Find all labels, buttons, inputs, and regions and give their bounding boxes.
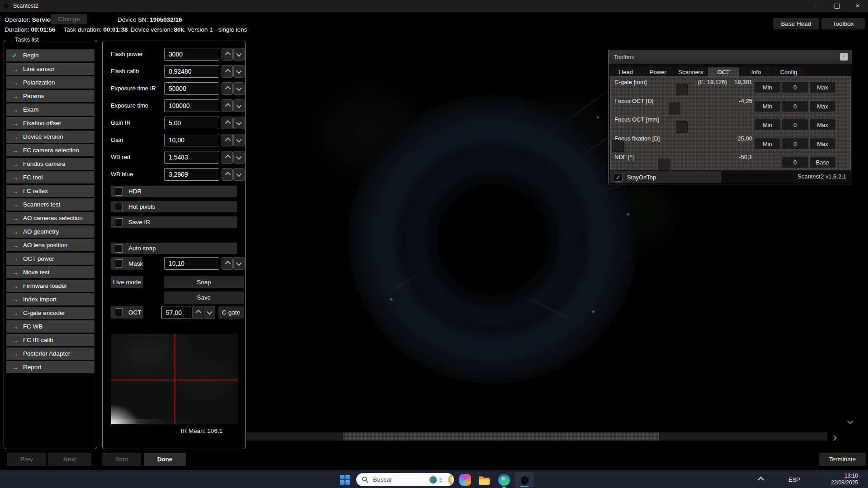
slider-handle[interactable] <box>658 159 670 170</box>
minimize-icon[interactable]: – <box>806 0 826 12</box>
oct-spin-up-icon[interactable] <box>192 306 203 319</box>
spin-down-icon[interactable] <box>233 117 245 129</box>
slider-handle[interactable] <box>669 103 680 114</box>
tab-power[interactable]: Power <box>642 67 674 76</box>
task-item-exam[interactable]: →Exam <box>6 103 94 116</box>
edge-browser-icon[interactable] <box>498 474 510 486</box>
checkbox-hdr[interactable]: HDR <box>111 186 237 197</box>
clock-widget[interactable]: 13:10 22/09/2025 <box>826 473 858 486</box>
scrollbar-thumb[interactable] <box>343 432 659 441</box>
toolbox-focus-oct-mm-max-button[interactable]: Max <box>810 119 835 130</box>
tab-info[interactable]: Info <box>741 67 772 76</box>
prev-button[interactable]: Prev <box>7 453 46 466</box>
tab-head[interactable]: Head <box>611 67 641 76</box>
spin-up-icon[interactable] <box>222 151 233 164</box>
toolbox-focus-fixation-d-0-button[interactable]: 0 <box>782 138 808 149</box>
task-item-ao-cameras-selection[interactable]: →AO cameras selection <box>6 212 94 224</box>
tab-scanners[interactable]: Scanners <box>675 67 707 76</box>
change-button[interactable]: Change <box>51 14 87 24</box>
toolbox-focus-fixation-d-min-button[interactable]: Min <box>755 138 780 149</box>
next-button[interactable]: Next <box>48 453 91 466</box>
terminate-button[interactable]: Terminate <box>819 453 866 466</box>
slider-handle[interactable] <box>612 140 624 152</box>
toolbox-focus-oct-mm-min-button[interactable]: Min <box>755 119 780 130</box>
base-head-button[interactable]: Base Head <box>773 18 819 29</box>
oct-value-input[interactable]: 57,00 <box>161 306 191 319</box>
copilot-icon[interactable] <box>459 474 471 486</box>
field-input-flash-calib[interactable]: 0,92480 <box>164 65 219 78</box>
live-mode-button[interactable]: Live mode <box>111 276 143 288</box>
toolbox-focus-oct-d-0-button[interactable]: 0 <box>782 101 808 112</box>
tray-expand[interactable] <box>759 471 763 488</box>
file-explorer-icon[interactable] <box>478 475 490 487</box>
task-item-params[interactable]: →Params <box>6 90 94 102</box>
spin-down-icon[interactable] <box>233 168 245 181</box>
spin-up-icon[interactable] <box>222 48 233 61</box>
task-item-posterior-adapter[interactable]: →Posterior Adapter <box>6 347 94 360</box>
taskbar-search[interactable]: Buscar <box>356 473 454 486</box>
slider-handle[interactable] <box>676 121 688 133</box>
toolbox-c-gate-mm-max-button[interactable]: Max <box>810 82 835 93</box>
toolbox-ndf-base-button[interactable]: Base <box>810 157 835 168</box>
snap-button[interactable]: Snap <box>164 276 244 288</box>
task-item-fc-reflex[interactable]: →FC reflex <box>6 185 94 197</box>
spin-up-icon[interactable] <box>222 65 233 78</box>
toolbox-focus-oct-d-min-button[interactable]: Min <box>755 101 780 112</box>
toolbox-focus-oct-d-max-button[interactable]: Max <box>810 101 835 112</box>
spin-up-icon[interactable] <box>222 134 233 146</box>
task-item-ao-geometry[interactable]: →AO geometry <box>6 225 94 238</box>
scantest2-taskbar-icon[interactable] <box>515 472 534 488</box>
language-indicator[interactable]: ESP <box>788 471 800 488</box>
task-item-move-test[interactable]: →Move test <box>6 266 94 278</box>
task-item-fc-wb[interactable]: →FC WB <box>6 320 94 333</box>
toolbox-c-gate-mm-0-button[interactable]: 0 <box>782 82 808 93</box>
field-input-wb-red[interactable]: 1,5483 <box>164 151 219 164</box>
start-menu-icon[interactable] <box>340 475 350 485</box>
cgate-button[interactable]: C-gate <box>218 306 244 319</box>
slider-handle[interactable] <box>676 84 688 95</box>
task-item-fc-tool[interactable]: →FC tool <box>6 171 94 183</box>
task-item-fundus-camera[interactable]: →Fundus camera <box>6 158 94 170</box>
field-input-gain[interactable]: 10,00 <box>164 134 219 146</box>
task-item-oct-power[interactable]: →OCT power <box>6 253 94 265</box>
stay-on-top-checkbox[interactable]: ✓ StayOnTop <box>610 171 722 183</box>
task-item-ao-lens-position[interactable]: →AO lens position <box>6 239 94 251</box>
maximize-icon[interactable] <box>826 0 847 12</box>
scroll-right-icon[interactable] <box>832 434 836 442</box>
toolbox-focus-oct-mm-0-button[interactable]: 0 <box>782 119 808 130</box>
task-item-device-version[interactable]: →Device version <box>6 131 94 143</box>
task-item-report[interactable]: →Report <box>6 361 94 373</box>
mask-value-input[interactable]: 10,10 <box>164 257 219 270</box>
tab-oct[interactable]: OCT <box>708 67 739 76</box>
task-item-fc-camera-selection[interactable]: →FC camera selection <box>6 144 94 156</box>
done-button[interactable]: Done <box>144 453 186 466</box>
oct-checkbox[interactable]: OCT <box>111 306 143 319</box>
spin-up-icon[interactable] <box>222 257 233 270</box>
task-item-begin[interactable]: ✓Begin <box>6 49 94 61</box>
tab-config[interactable]: Config <box>773 67 804 76</box>
toolbox-ndf-0-button[interactable]: 0 <box>782 157 808 168</box>
save-button[interactable]: Save <box>164 291 244 304</box>
spin-down-icon[interactable] <box>233 257 245 270</box>
spin-down-icon[interactable] <box>233 82 245 95</box>
field-input-flash-power[interactable]: 3000 <box>164 48 219 61</box>
close-icon[interactable]: ✕ <box>847 0 868 12</box>
field-input-exposure-time-ir[interactable]: 50000 <box>164 82 219 95</box>
spin-down-icon[interactable] <box>233 134 245 146</box>
task-item-c-gate-encoder[interactable]: →C-gate encoder <box>6 307 94 319</box>
field-input-exposure-time[interactable]: 100000 <box>164 99 219 112</box>
task-item-fc-ir-calib[interactable]: →FC IR calib <box>6 334 94 346</box>
spin-down-icon[interactable] <box>233 99 245 112</box>
task-item-line-sensor[interactable]: →Line sensor <box>6 63 94 75</box>
toolbox-titlebar[interactable]: Toolbox x <box>609 50 852 64</box>
field-input-wb-blue[interactable]: 3,2909 <box>164 168 219 181</box>
spin-down-icon[interactable] <box>233 151 245 164</box>
toolbox-close-icon[interactable]: x <box>840 53 848 61</box>
task-item-polarization[interactable]: →Polarization <box>6 76 94 89</box>
start-button[interactable]: Start <box>102 453 141 466</box>
spin-up-icon[interactable] <box>222 82 233 95</box>
checkbox-save-ir[interactable]: Save IR <box>111 216 237 228</box>
checkbox-auto-snap[interactable]: Auto snap <box>111 243 237 254</box>
task-item-index-import[interactable]: →Index import <box>6 293 94 305</box>
toolbox-c-gate-mm-min-button[interactable]: Min <box>755 82 780 93</box>
